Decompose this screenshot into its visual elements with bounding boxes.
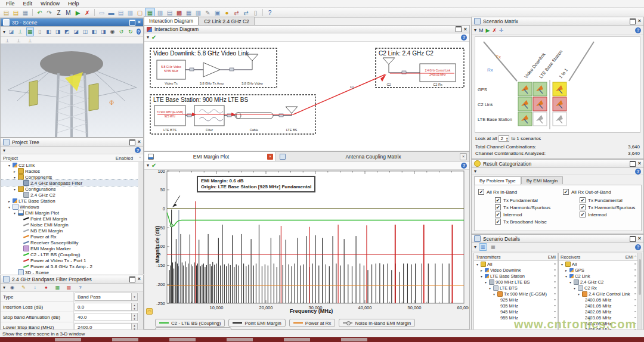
checkbox-row[interactable]: ✔Tx Fundamental [495,197,550,204]
add-table-icon[interactable]: ▦ [53,284,62,292]
lte-antenna-symbol[interactable] [286,107,298,113]
ruler-icon[interactable]: ▯ [36,27,43,36]
project-tree-titlebar[interactable]: Project Tree × [1,138,143,147]
help-icon[interactable]: ? [461,35,467,41]
run-icon[interactable]: ▶ [486,27,490,33]
filter-symbol[interactable] [194,105,224,126]
view-back-icon[interactable]: ◨ [100,27,107,36]
chevron-down-icon[interactable]: ▾ [474,27,476,33]
table-a-icon[interactable]: ▦ [184,8,193,17]
tree-item[interactable]: 2.4 GHz C2 [1,192,138,198]
download-icon[interactable]: ↓ [30,284,39,292]
help-icon[interactable]: ? [76,284,85,292]
close-icon[interactable]: × [464,27,467,32]
rotate-cw-icon[interactable]: ↻ [127,27,134,36]
menu-edit[interactable]: Edit [20,1,36,7]
close-icon[interactable]: × [638,161,641,166]
tree-item[interactable]: Power at Video Tx - Port 1 [1,257,138,263]
del-table-icon[interactable]: ▦ [64,284,73,292]
move-icon[interactable]: ✛ [499,27,504,33]
tree-item[interactable]: Power at Rx [1,234,138,240]
checkbox-checked-icon[interactable]: ✔ [495,212,501,217]
dropdown-arrow-icon[interactable]: ▾ [131,293,137,300]
view-top-icon[interactable]: ◨ [54,27,61,36]
spinner-buttons[interactable]: ▴▾ [131,303,137,310]
scenario-matrix-titlebar[interactable]: Scenario Matrix × [472,17,643,26]
chevron-down-icon[interactable]: ▾ [3,285,5,290]
tree-item[interactable]: 925 MHz [474,297,558,303]
tree-item[interactable]: ▸Video Downlink [474,267,558,273]
window-a-icon[interactable]: ▤ [116,8,125,17]
tree-item[interactable]: 935 MHz [474,303,558,309]
validate-check-icon[interactable]: ✔ [151,162,156,169]
view-right-icon[interactable]: ◫ [82,27,88,36]
tree-item[interactable]: ▾900 MHz LTE BS [474,279,558,285]
checkbox-row[interactable]: ✔Intermod [580,211,635,218]
tree-item[interactable]: 2400.05 MHz [559,297,638,303]
tree-item[interactable]: 2.4 GHz Bandpass Filter [1,180,138,186]
scenario-matrix-grid[interactable]: TxRxVideo DownlinkLTE Base Station1 to 1… [475,36,640,133]
tab-by-problem-type[interactable]: By Problem Type [474,176,521,185]
close-tab-icon[interactable]: × [460,153,467,160]
split-v-icon[interactable]: ▥ [156,8,165,17]
view-bottom-icon[interactable]: ◩ [64,27,70,36]
tree-item[interactable]: 2401.05 MHz [559,303,638,309]
receivers-scrollbar[interactable] [637,253,642,331]
rotate-ccw-icon[interactable]: ↺ [118,27,125,36]
expander-icon[interactable]: ▸ [564,268,568,272]
help-icon[interactable]: ? [635,27,641,33]
chevron-down-icon[interactable]: ▾ [474,244,476,250]
view-left-icon[interactable]: ◪ [73,27,79,36]
tree-item[interactable]: C2 - LTE BS (Coupling) [1,251,138,257]
c2-antenna-symbol[interactable] [383,58,395,64]
help-icon[interactable]: ? [265,8,274,17]
tab-interaction-diagram[interactable]: Interaction Diagram [144,16,199,25]
chevron-down-icon[interactable]: ▾ [474,169,476,174]
remove-icon[interactable]: ● [42,284,51,292]
checkbox-row[interactable]: ✔Intermod [495,211,550,218]
table-b-icon[interactable]: ▥ [194,8,203,17]
expander-icon[interactable]: ▾ [13,211,17,215]
tree-item[interactable]: Power at 5.8 GHz Tx Amp - 2 [1,263,138,269]
help-icon[interactable]: ? [135,147,141,153]
tree-item[interactable]: ▾C2 Rx [559,285,638,291]
link-b-icon[interactable]: ⇄ [242,8,250,17]
close-icon[interactable]: × [638,237,641,241]
edit-icon[interactable]: ✎ [19,284,28,292]
expander-icon[interactable]: ▾ [492,292,496,296]
tree-item[interactable]: ▾Configurations [1,186,138,192]
delete-icon[interactable]: ✗ [83,8,92,17]
checkbox-checked-icon[interactable]: ✔ [580,212,586,217]
tree-item[interactable]: ▾All [559,261,638,267]
expander-icon[interactable]: ▾ [7,205,11,209]
menu-file[interactable]: File [2,1,18,7]
tree-item[interactable]: 3D - Scene [1,269,138,275]
checkbox-checked-icon[interactable]: ✔ [495,197,501,203]
find-icon[interactable]: M [479,27,484,33]
expander-icon[interactable]: ▾ [577,292,581,296]
close-icon[interactable]: × [138,277,141,281]
hourglass-icon[interactable]: Z [54,8,63,17]
window-b-icon[interactable]: ▥ [126,8,135,17]
expander-icon[interactable]: ▸ [7,199,11,203]
matrix-icon[interactable]: ▩ [175,8,184,17]
validate-check-icon[interactable]: ✔ [151,34,156,41]
float-button[interactable] [630,236,636,242]
checkbox-checked-icon[interactable]: ✔ [563,189,569,195]
close-icon[interactable]: × [638,19,641,23]
expander-icon[interactable]: ▾ [568,280,572,284]
tree-item[interactable]: NB EMI Margin [1,228,138,234]
property-spinner[interactable]: 0.0▴▾ [75,303,138,311]
bar-chart-icon[interactable]: ▥ [479,243,487,251]
tree-item[interactable]: ▾EMI Margin Plot [1,210,138,216]
checkbox-row[interactable]: ✔All Rx In-Band [478,188,517,195]
axes-icon[interactable]: ⊥ [17,27,23,36]
traffic-light-icon[interactable]: ● [222,8,231,17]
tree-item[interactable]: ▸Radios [1,168,138,174]
help-icon[interactable]: ? [635,244,641,250]
float-button[interactable] [129,139,135,145]
checkbox-checked-icon[interactable]: ✔ [495,219,501,225]
tree-item[interactable]: ▸GPS [559,267,638,273]
tree-item[interactable]: ▾C2 Link [1,162,138,168]
panel-icon[interactable]: ▣ [213,8,222,17]
